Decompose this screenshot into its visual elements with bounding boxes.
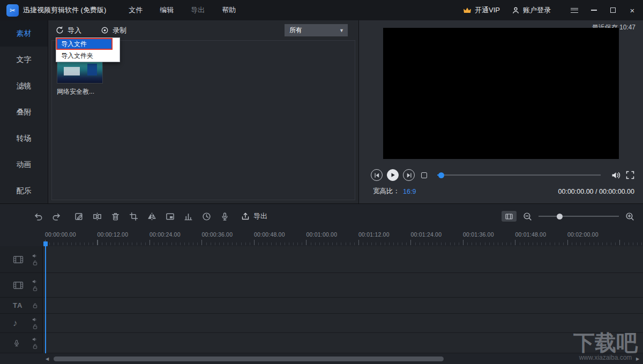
sidebar-item-label: 叠附: [17, 108, 32, 117]
ruler-label: 00:01:12.00: [358, 231, 411, 238]
play-button[interactable]: [387, 169, 399, 181]
track-header-voice[interactable]: [0, 333, 42, 353]
media-item[interactable]: 网络安全教...: [57, 59, 103, 96]
sidebar-item-label: 素材: [17, 29, 32, 39]
next-frame-button[interactable]: [403, 169, 415, 181]
zoom-out-icon[interactable]: [523, 212, 532, 221]
mute-icon[interactable]: [32, 253, 38, 259]
lock-icon[interactable]: [33, 260, 38, 266]
track-header-video[interactable]: [0, 246, 42, 273]
scrollbar-thumb[interactable]: [54, 357, 444, 361]
menubar-item[interactable]: 导出: [191, 5, 205, 15]
duration-button[interactable]: [199, 209, 213, 223]
ruler-label: 00:00:36.00: [202, 231, 255, 238]
import-menu-item[interactable]: 导入文件: [56, 38, 113, 50]
app-menu-icon[interactable]: [570, 6, 579, 14]
track-lane-text[interactable]: [43, 298, 643, 314]
timeline: 导出 00:00:00.0000:00:12.0000:00:24.0000:0…: [0, 203, 643, 364]
crop-button[interactable]: [126, 209, 140, 223]
sidebar-item-label: 转场: [17, 134, 32, 143]
media-filter-select[interactable]: 所有 ▼: [285, 24, 348, 36]
ruler-label: 00:00:12.00: [98, 231, 150, 238]
lock-icon[interactable]: [33, 286, 38, 291]
voice-track-icon: [13, 339, 20, 347]
sidebar-item[interactable]: 文字: [0, 47, 48, 73]
playhead[interactable]: [45, 246, 46, 353]
track-lane-video[interactable]: [43, 246, 643, 273]
media-library: 网络安全教... 导入文件 导入文件夹: [51, 40, 355, 200]
sidebar-item-label: 动画: [17, 160, 32, 170]
sidebar-item[interactable]: 叠附: [0, 99, 48, 125]
timeline-ruler[interactable]: 00:00:00.0000:00:12.0000:00:24.0000:00:3…: [0, 229, 643, 246]
seek-slider-thumb[interactable]: [438, 172, 444, 178]
menubar-item[interactable]: 编辑: [160, 5, 174, 15]
track-header-music[interactable]: ♪: [0, 314, 42, 333]
left-sidebar: 素材 文字 滤镜 叠附 转场 动画 配乐: [0, 20, 48, 203]
track-headers: TA ♪: [0, 246, 43, 353]
pip-button[interactable]: [163, 209, 177, 223]
playback-controls: [371, 168, 634, 182]
split-clip-button[interactable]: [90, 209, 104, 223]
import-menu-item-label: 导入文件夹: [61, 52, 93, 59]
vip-button[interactable]: 开通VIP: [463, 5, 500, 15]
timeline-export-button[interactable]: 导出: [241, 211, 267, 221]
track-manager-button[interactable]: [502, 211, 517, 222]
sidebar-item-label: 文字: [17, 55, 32, 65]
close-button[interactable]: ×: [628, 6, 637, 14]
app-window: ✂ 迅捷视频剪辑软件 (免费版) 文件 编辑 导出 帮助 开通VIP: [0, 0, 643, 364]
undo-button[interactable]: [31, 209, 45, 223]
sidebar-item[interactable]: 转场: [0, 125, 48, 151]
account-login-button[interactable]: 账户登录: [512, 5, 551, 15]
mixer-button[interactable]: [181, 209, 195, 223]
track-lane-music[interactable]: [43, 314, 643, 333]
delete-clip-button[interactable]: [108, 209, 122, 223]
timeline-zoom-slider-thumb[interactable]: [557, 214, 563, 219]
timeline-scrollbar: ◀ ▶: [44, 355, 641, 362]
mute-icon[interactable]: [32, 317, 38, 322]
track-header-text[interactable]: TA: [0, 298, 42, 314]
import-button[interactable]: 导入: [56, 26, 81, 35]
mute-icon[interactable]: [32, 337, 38, 342]
record-button[interactable]: 录制: [101, 26, 126, 35]
previous-frame-button[interactable]: [371, 169, 383, 181]
redo-button[interactable]: [49, 209, 63, 223]
crown-icon: [463, 7, 472, 14]
menubar-item[interactable]: 帮助: [222, 5, 236, 15]
ruler-label: 00:00:24.00: [149, 231, 202, 238]
scrollbar-track[interactable]: [50, 355, 634, 362]
sidebar-item[interactable]: 动画: [0, 151, 48, 178]
import-menu-item[interactable]: 导入文件夹: [56, 50, 119, 62]
mute-icon[interactable]: [32, 279, 38, 284]
scroll-right-icon[interactable]: ▶: [634, 357, 641, 361]
aspect-ratio-value[interactable]: 16:9: [403, 188, 416, 195]
zoom-in-icon[interactable]: [625, 212, 634, 221]
import-menu-item-label: 导入文件: [61, 40, 87, 48]
edit-clip-button[interactable]: [72, 209, 86, 223]
ruler-label: 00:00:48.00: [254, 231, 306, 238]
flip-button[interactable]: [145, 209, 159, 223]
ruler-ticks: [45, 240, 643, 245]
track-lane-voice[interactable]: [43, 333, 643, 353]
lock-icon[interactable]: [33, 324, 38, 329]
media-item-label: 网络安全教...: [57, 87, 103, 96]
maximize-button[interactable]: [609, 6, 617, 14]
preview-info-row: 宽高比： 16:9 00:00:00.00 / 00:00:00.00: [373, 187, 634, 196]
sidebar-item[interactable]: 滤镜: [0, 73, 48, 99]
stop-button[interactable]: [419, 169, 429, 181]
video-preview[interactable]: [383, 28, 619, 159]
volume-icon[interactable]: [611, 171, 622, 180]
fullscreen-icon[interactable]: [626, 171, 634, 179]
sidebar-item[interactable]: 配乐: [0, 178, 48, 204]
timeline-zoom-slider[interactable]: [539, 216, 619, 217]
sidebar-item[interactable]: 素材: [0, 20, 48, 47]
seek-slider[interactable]: [437, 175, 601, 176]
minimize-button[interactable]: [589, 6, 598, 14]
lock-icon[interactable]: [33, 344, 38, 349]
voiceover-button[interactable]: [218, 209, 231, 223]
lock-icon[interactable]: [33, 303, 38, 308]
menubar-item[interactable]: 文件: [129, 5, 143, 15]
track-lane-pip[interactable]: [43, 273, 643, 298]
scroll-left-icon[interactable]: ◀: [44, 357, 50, 361]
track-header-pip[interactable]: [0, 273, 42, 298]
pip-track-icon: [13, 281, 24, 290]
